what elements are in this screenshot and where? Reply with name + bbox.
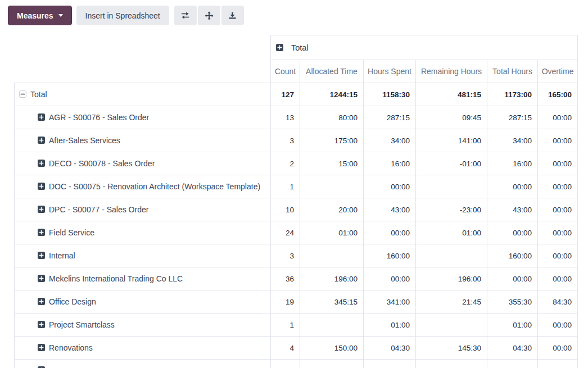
row-label: Field Service [49,228,94,237]
table-row: DOC - S00075 - Renovation Architect (Wor… [15,175,578,198]
pivot-value-cell [300,175,364,198]
pivot-row-header[interactable]: Total [15,83,271,106]
pivot-value-cell: 127 [271,83,300,106]
download-button[interactable] [221,6,244,25]
pivot-value-cell: 21:45 [416,290,487,314]
pivot-value-cell: 1 [271,175,300,198]
pivot-value-cell: 43:00 [487,198,538,221]
expand-icon[interactable] [38,298,45,305]
pivot-row-header[interactable] [15,360,271,368]
measure-header-remaining-hours[interactable]: Remaining Hours [416,60,487,83]
pivot-value-cell: 10 [271,198,300,221]
pivot-row-header[interactable]: DOC - S00075 - Renovation Architect (Wor… [15,175,271,198]
expand-icon[interactable] [38,137,45,144]
expand-icon[interactable] [38,183,45,190]
table-row: Internal3160:00160:0000:00 [15,244,578,267]
pivot-table-container: Total CountAllocated TimeHours SpentRema… [14,35,588,368]
pivot-row-header[interactable]: Office Design [15,290,271,314]
expand-icon[interactable] [276,44,283,51]
column-group-header-total[interactable]: Total [271,35,578,60]
pivot-icon-buttons [174,6,244,25]
table-row: Mekelins International Trading Co LLC361… [15,267,578,290]
table-row: AGR - S00076 - Sales Order1380:00287:150… [15,106,578,129]
pivot-row-header[interactable]: Renovations [15,337,271,360]
pivot-value-cell: 01:00 [487,314,538,337]
measure-header-hours-spent[interactable]: Hours Spent [364,60,416,83]
table-row: DPC - S00077 - Sales Order1020:0043:00-2… [15,198,578,221]
pivot-value-cell [416,175,487,198]
pivot-row-header[interactable]: DPC - S00077 - Sales Order [15,198,271,221]
pivot-value-cell: 00:00 [364,221,416,244]
measure-header-total-hours[interactable]: Total Hours [487,60,538,83]
row-label: Mekelins International Trading Co LLC [49,274,183,283]
pivot-value-cell: 3 [271,244,300,267]
pivot-value-cell: 150:00 [300,337,364,360]
expand-icon[interactable] [38,113,45,121]
expand-icon[interactable] [38,206,45,213]
pivot-row-header[interactable]: After-Sales Services [15,129,271,152]
row-label: DOC - S00075 - Renovation Architect (Wor… [49,182,260,191]
pivot-value-cell: 36 [271,267,300,290]
pivot-row-header[interactable]: Internal [15,244,271,267]
table-row: Total1271244:151158:30481:151173:00165:0… [15,83,578,106]
row-label: DECO - S00078 - Sales Order [49,159,155,168]
table-row: After-Sales Services3175:0034:00141:0034… [15,129,578,152]
expand-all-button[interactable] [198,6,220,25]
pivot-value-cell: 355:30 [487,290,538,314]
pivot-value-cell [364,360,416,368]
pivot-value-cell: 00:00 [538,267,578,290]
pivot-value-cell: 1244:15 [300,83,364,106]
measures-button[interactable]: Measures [8,6,72,25]
download-icon [228,11,237,20]
pivot-value-cell: 19 [271,290,300,314]
insert-in-spreadsheet-button[interactable]: Insert in Spreadsheet [76,6,169,25]
pivot-value-cell: 13 [271,106,300,129]
pivot-value-cell [416,360,487,368]
pivot-row-header[interactable]: AGR - S00076 - Sales Order [15,106,271,129]
measure-header-row: CountAllocated TimeHours SpentRemaining … [15,60,578,83]
row-label: Total [30,90,47,99]
measure-row-empty-cell [15,60,271,83]
expand-icon[interactable] [38,160,45,167]
insert-in-spreadsheet-label: Insert in Spreadsheet [85,12,160,20]
pivot-value-cell [416,244,487,267]
measure-header-overtime[interactable]: Overtime [538,60,578,83]
expand-icon[interactable] [38,344,45,351]
row-label: DPC - S00077 - Sales Order [49,205,148,214]
measure-header-count[interactable]: Count [271,60,300,83]
pivot-value-cell: 20:00 [300,198,364,221]
expand-icon[interactable] [38,229,45,236]
pivot-value-cell: 15:00 [300,152,364,175]
pivot-value-cell [300,314,364,337]
flip-axis-button[interactable] [174,6,197,25]
pivot-value-cell: 00:00 [538,106,578,129]
pivot-value-cell: 196:00 [416,267,487,290]
pivot-row-header[interactable]: DECO - S00078 - Sales Order [15,152,271,175]
measure-header-allocated-time[interactable]: Allocated Time [300,60,364,83]
pivot-value-cell: 01:00 [416,221,487,244]
pivot-value-cell: 34:00 [364,129,416,152]
pivot-value-cell: 1 [271,314,300,337]
pivot-value-cell: 145:30 [416,337,487,360]
expand-icon[interactable] [38,275,45,282]
pivot-row-header[interactable]: Mekelins International Trading Co LLC [15,267,271,290]
pivot-value-cell: 481:15 [416,83,487,106]
pivot-value-cell: 01:00 [364,314,416,337]
expand-icon[interactable] [38,252,45,259]
pivot-row-header[interactable]: Project Smartclass [15,314,271,337]
table-row: Renovations4150:0004:30145:3004:3000:00 [15,337,578,360]
caret-down-icon [58,14,63,17]
pivot-value-cell: 04:30 [364,337,416,360]
column-group-label: Total [291,43,309,52]
pivot-table: Total CountAllocated TimeHours SpentRema… [14,35,578,368]
pivot-value-cell: 43:00 [364,198,416,221]
pivot-value-cell [416,314,487,337]
expand-icon[interactable] [38,321,45,328]
pivot-value-cell: 00:00 [538,314,578,337]
pivot-value-cell: 16:00 [487,152,538,175]
collapse-icon[interactable] [19,90,26,98]
pivot-value-cell: 00:00 [487,221,538,244]
column-group-header-row: Total [15,35,578,60]
pivot-row-header[interactable]: Field Service [15,221,271,244]
pivot-value-cell: 00:00 [538,244,578,267]
